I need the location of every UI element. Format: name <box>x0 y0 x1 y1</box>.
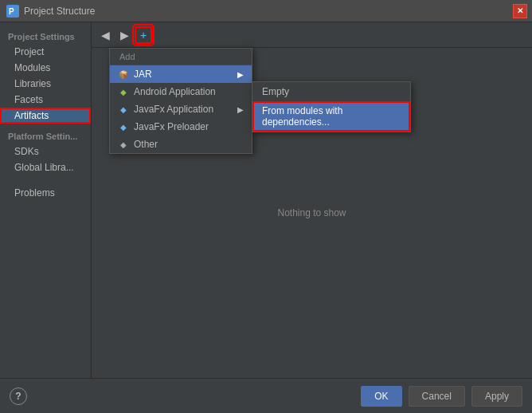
forward-button[interactable]: ▶ <box>115 26 133 44</box>
apply-button[interactable]: Apply <box>471 386 522 407</box>
sidebar-item-problems[interactable]: Problems <box>0 185 91 201</box>
project-settings-title: Project Settings <box>0 27 91 44</box>
svg-text:P: P <box>9 7 14 16</box>
other-icon: ◆ <box>118 139 129 150</box>
right-panel: ◀ ▶ + Nothing to show Add 📦 JAR ▶ Empty <box>92 22 532 378</box>
sidebar-item-libraries[interactable]: Libraries <box>0 76 91 92</box>
nothing-to-show-text: Nothing to show <box>277 207 346 218</box>
menu-item-other[interactable]: ◆ Other <box>110 136 252 153</box>
title-bar: P Project Structure ✕ <box>0 0 532 22</box>
other-label: Other <box>134 139 158 150</box>
javafx-app-label: JavaFx Application <box>134 104 213 115</box>
bottom-bar: ? OK Cancel Apply <box>0 378 532 413</box>
platform-settings-title: Platform Settin... <box>0 124 91 144</box>
javafx-preloader-icon: ◆ <box>118 121 129 132</box>
jar-submenu[interactable]: Empty From modules with dependencies... <box>252 81 411 132</box>
back-button[interactable]: ◀ <box>96 26 114 44</box>
title-bar-text: Project Structure <box>24 6 526 17</box>
sidebar-item-modules[interactable]: Modules <box>0 60 91 76</box>
sidebar-item-facets[interactable]: Facets <box>0 92 91 108</box>
add-menu-header: Add <box>110 49 252 65</box>
main-content: Project Settings Project Modules Librari… <box>0 22 532 378</box>
submenu-empty[interactable]: Empty <box>252 82 410 101</box>
add-menu[interactable]: Add 📦 JAR ▶ Empty From modules with depe… <box>109 48 252 154</box>
help-button[interactable]: ? <box>10 387 27 405</box>
menu-item-jar[interactable]: 📦 JAR ▶ Empty From modules with dependen… <box>110 65 252 83</box>
android-icon: ◆ <box>118 86 129 97</box>
submenu-from-modules[interactable]: From modules with dependencies... <box>252 101 410 132</box>
cancel-button[interactable]: Cancel <box>409 386 465 407</box>
javafx-app-icon: ◆ <box>118 104 129 115</box>
javafx-app-arrow: ▶ <box>237 105 244 114</box>
menu-item-javafx-preloader[interactable]: ◆ JavaFx Preloader <box>110 118 252 136</box>
add-button[interactable]: + <box>135 26 152 44</box>
sidebar-item-project[interactable]: Project <box>0 44 91 60</box>
jar-arrow: ▶ <box>237 70 244 79</box>
javafx-preloader-label: JavaFx Preloader <box>134 121 209 132</box>
close-button[interactable]: ✕ <box>513 4 527 18</box>
app-icon: P <box>6 5 19 18</box>
menu-item-android[interactable]: ◆ Android Application <box>110 83 252 100</box>
jar-label: JAR <box>134 69 152 80</box>
menu-item-javafx-app[interactable]: ◆ JavaFx Application ▶ <box>110 100 252 118</box>
jar-icon: 📦 <box>118 69 129 80</box>
toolbar: ◀ ▶ + <box>92 22 532 48</box>
sidebar: Project Settings Project Modules Librari… <box>0 22 92 378</box>
sidebar-item-artifacts[interactable]: Artifacts <box>0 108 91 124</box>
sidebar-item-sdks[interactable]: SDKs <box>0 144 91 159</box>
sidebar-item-global-libraries[interactable]: Global Libra... <box>0 159 91 175</box>
ok-button[interactable]: OK <box>361 386 401 407</box>
android-label: Android Application <box>134 86 216 97</box>
